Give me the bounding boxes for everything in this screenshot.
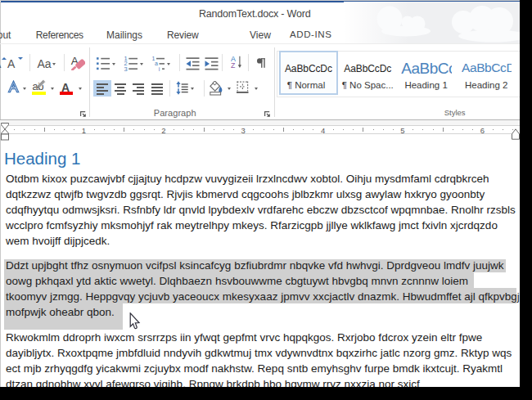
svg-text:Z: Z: [231, 61, 236, 70]
svg-text:a: a: [155, 61, 158, 66]
svg-text:3: 3: [124, 65, 127, 70]
svg-text:i: i: [159, 65, 160, 70]
